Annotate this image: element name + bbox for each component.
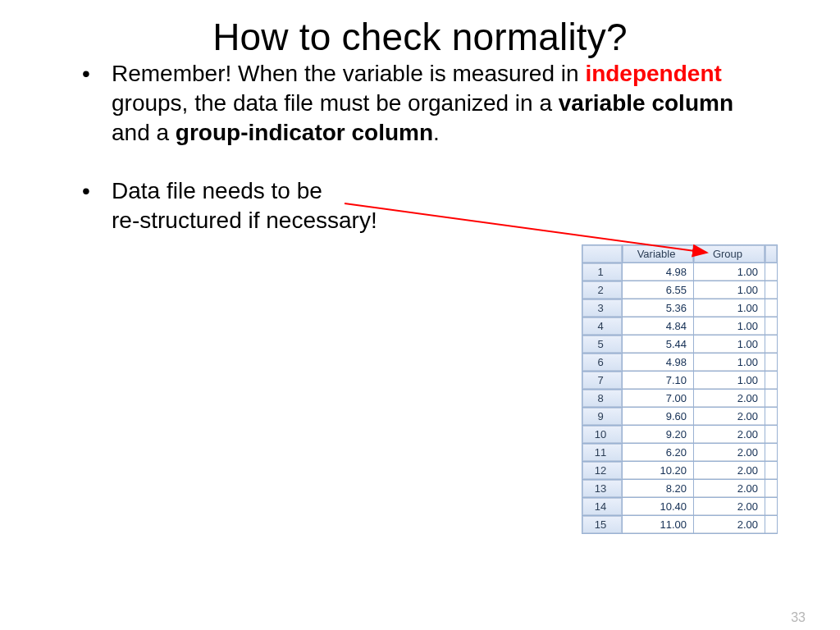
bullet-2-text: Data file needs to be re-structured if n…: [112, 176, 761, 235]
cell-stub: [765, 354, 777, 371]
bullet1-post: .: [433, 120, 440, 145]
bullet-marker: •: [79, 176, 112, 235]
cell-variable: 5.44: [623, 336, 693, 353]
bullet1-mid2: and a: [112, 120, 176, 145]
cell-variable: 4.84: [623, 317, 693, 335]
slide: How to check normality? • Remember! When…: [0, 15, 840, 630]
page-number: 33: [791, 610, 806, 625]
cell-stub: [765, 408, 777, 425]
row-number: 13: [582, 480, 622, 497]
row-number: 6: [582, 354, 622, 371]
cell-group: 2.00: [694, 480, 765, 497]
row-number: 1: [582, 263, 622, 281]
table-corner: [582, 245, 622, 262]
cell-variable: 11.00: [623, 516, 693, 533]
cell-group: 1.00: [694, 354, 765, 371]
table-header-row: Variable Group: [582, 245, 777, 262]
cell-variable: 8.20: [623, 480, 693, 497]
row-number: 12: [582, 462, 622, 479]
cell-variable: 9.60: [623, 408, 693, 425]
table-row: 138.202.00: [582, 480, 777, 497]
table-row: 1210.202.00: [582, 462, 777, 479]
cell-stub: [765, 372, 777, 389]
cell-group: 2.00: [694, 462, 765, 479]
table-row: 1410.402.00: [582, 498, 777, 515]
bullet1-bold2: group-indicator column: [176, 120, 433, 145]
bullet-1-text: Remember! When the variable is measured …: [112, 59, 761, 147]
row-number: 3: [582, 299, 622, 317]
cell-stub: [765, 390, 777, 407]
bullet-2: • Data file needs to be re-structured if…: [79, 176, 761, 235]
cell-stub: [765, 317, 777, 335]
cell-stub: [765, 336, 777, 353]
table-row: 26.551.00: [582, 281, 777, 299]
cell-variable: 6.20: [623, 444, 693, 461]
cell-group: 2.00: [694, 426, 765, 443]
table-row: 55.441.00: [582, 336, 777, 353]
table-row: 1511.002.00: [582, 516, 777, 533]
table-row: 35.361.00: [582, 299, 777, 317]
table-row: 109.202.00: [582, 426, 777, 443]
cell-variable: 5.36: [623, 299, 693, 317]
row-number: 2: [582, 281, 622, 299]
cell-variable: 10.20: [623, 462, 693, 479]
row-number: 10: [582, 426, 622, 443]
row-number: 8: [582, 390, 622, 407]
cell-group: 1.00: [694, 372, 765, 389]
cell-group: 2.00: [694, 444, 765, 461]
cell-variable: 4.98: [623, 263, 693, 281]
cell-variable: 7.00: [623, 390, 693, 407]
cell-group: 1.00: [694, 281, 765, 299]
bullet2-line2: re-structured if necessary!: [112, 208, 377, 233]
row-number: 5: [582, 336, 622, 353]
table-row: 116.202.00: [582, 444, 777, 461]
cell-variable: 6.55: [623, 281, 693, 299]
slide-title: How to check normality?: [0, 15, 840, 59]
table-row: 64.981.00: [582, 354, 777, 371]
cell-stub: [765, 516, 777, 533]
cell-stub: [765, 263, 777, 281]
table-row: 87.002.00: [582, 390, 777, 407]
cell-stub: [765, 444, 777, 461]
cell-variable: 7.10: [623, 372, 693, 389]
cell-group: 1.00: [694, 317, 765, 335]
cell-group: 2.00: [694, 390, 765, 407]
bullet-marker: •: [79, 59, 112, 147]
row-number: 7: [582, 372, 622, 389]
bullet1-highlight: independent: [585, 61, 721, 86]
cell-variable: 4.98: [623, 354, 693, 371]
row-number: 9: [582, 408, 622, 425]
row-number: 15: [582, 516, 622, 533]
col-header-group: Group: [694, 245, 765, 262]
table-row: 44.841.00: [582, 317, 777, 335]
col-header-stub: [765, 245, 777, 262]
data-table: Variable Group 14.981.0026.551.0035.361.…: [582, 244, 778, 534]
table-row: 77.101.00: [582, 372, 777, 389]
cell-stub: [765, 480, 777, 497]
bullet-1: • Remember! When the variable is measure…: [79, 59, 761, 147]
cell-group: 1.00: [694, 299, 765, 317]
cell-group: 2.00: [694, 516, 765, 533]
row-number: 4: [582, 317, 622, 335]
cell-stub: [765, 426, 777, 443]
slide-body: • Remember! When the variable is measure…: [0, 59, 840, 235]
cell-stub: [765, 281, 777, 299]
cell-group: 2.00: [694, 408, 765, 425]
bullet1-pre: Remember! When the variable is measured …: [112, 61, 585, 86]
cell-variable: 10.40: [623, 498, 693, 515]
cell-group: 1.00: [694, 336, 765, 353]
bullet2-line1: Data file needs to be: [112, 178, 322, 203]
table-row: 99.602.00: [582, 408, 777, 425]
cell-stub: [765, 498, 777, 515]
table-row: 14.981.00: [582, 263, 777, 281]
col-header-variable: Variable: [623, 245, 693, 262]
bullet1-bold1: variable column: [559, 90, 733, 116]
cell-stub: [765, 462, 777, 479]
cell-variable: 9.20: [623, 426, 693, 443]
cell-group: 1.00: [694, 263, 765, 281]
bullet1-mid1: groups, the data file must be organized …: [112, 90, 559, 116]
data-table-wrap: Variable Group 14.981.0026.551.0035.361.…: [582, 244, 778, 534]
row-number: 11: [582, 444, 622, 461]
row-number: 14: [582, 498, 622, 515]
cell-group: 2.00: [694, 498, 765, 515]
